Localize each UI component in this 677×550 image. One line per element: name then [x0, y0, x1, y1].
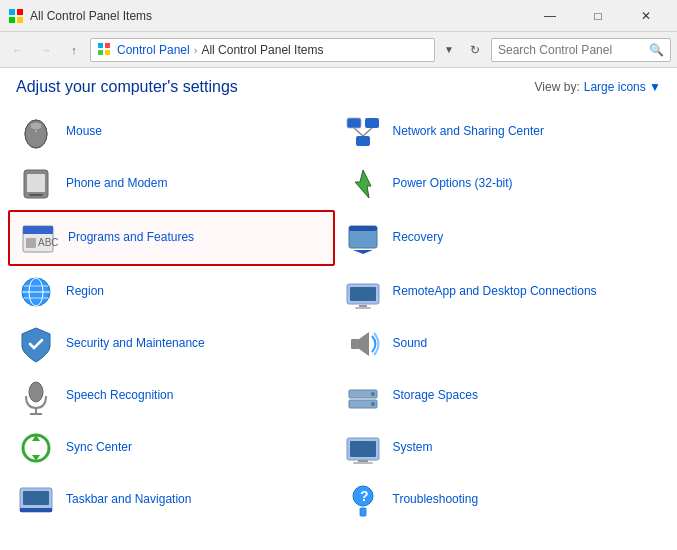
svg-rect-20	[29, 194, 43, 196]
item-label-remoteapp: RemoteApp and Desktop Connections	[393, 284, 597, 300]
svg-marker-28	[353, 250, 373, 254]
item-label-mouse: Mouse	[66, 124, 102, 140]
network-icon	[343, 112, 383, 152]
item-label-taskbar-navigation: Taskbar and Navigation	[66, 492, 191, 508]
item-label-region: Region	[66, 284, 104, 300]
window-controls: — □ ✕	[527, 0, 669, 32]
svg-rect-51	[353, 462, 373, 464]
item-label-speech-recognition: Speech Recognition	[66, 388, 173, 404]
title-bar: All Control Panel Items — □ ✕	[0, 0, 677, 32]
troubleshooting-icon: ?	[343, 480, 383, 520]
content-header: Adjust your computer's settings View by:…	[0, 68, 677, 102]
window-title: All Control Panel Items	[30, 9, 527, 23]
svg-rect-37	[355, 307, 371, 309]
svg-rect-4	[98, 43, 103, 48]
main-content: Adjust your computer's settings View by:…	[0, 68, 677, 550]
speech-icon	[16, 376, 56, 416]
item-label-sound: Sound	[393, 336, 428, 352]
item-label-system: System	[393, 440, 433, 456]
search-icon: 🔍	[649, 43, 664, 57]
item-programs-features[interactable]: ABC Programs and Features	[8, 210, 335, 266]
svg-rect-23	[23, 226, 53, 234]
region-icon	[16, 272, 56, 312]
svg-rect-11	[30, 122, 42, 130]
item-power-options[interactable]: Power Options (32-bit)	[335, 158, 662, 210]
up-button[interactable]: ↑	[62, 38, 86, 62]
svg-rect-0	[9, 9, 15, 15]
item-label-power-options: Power Options (32-bit)	[393, 176, 513, 192]
svg-rect-53	[20, 508, 52, 512]
forward-button[interactable]: →	[34, 38, 58, 62]
svg-line-16	[363, 128, 372, 136]
close-button[interactable]: ✕	[623, 0, 669, 32]
items-wrapper: Mouse Network and Sharing Center Phone a…	[0, 102, 677, 550]
item-sound[interactable]: Sound	[335, 318, 662, 370]
storage-icon	[343, 376, 383, 416]
sound-icon	[343, 324, 383, 364]
svg-rect-7	[105, 50, 110, 55]
maximize-button[interactable]: □	[575, 0, 621, 32]
item-phone-modem[interactable]: Phone and Modem	[8, 158, 335, 210]
item-mouse[interactable]: Mouse	[8, 106, 335, 158]
item-troubleshooting[interactable]: ? Troubleshooting	[335, 474, 662, 526]
recovery-icon	[343, 218, 383, 258]
view-by-value[interactable]: Large icons ▼	[584, 80, 661, 94]
breadcrumb-current: All Control Panel Items	[201, 43, 323, 57]
item-label-phone-modem: Phone and Modem	[66, 176, 167, 192]
svg-rect-14	[356, 136, 370, 146]
item-speech-recognition[interactable]: Speech Recognition	[8, 370, 335, 422]
system-icon	[343, 428, 383, 468]
svg-point-46	[371, 402, 375, 406]
security-icon	[16, 324, 56, 364]
svg-text:?: ?	[360, 488, 369, 504]
item-region[interactable]: Region	[8, 266, 335, 318]
item-taskbar-navigation[interactable]: Taskbar and Navigation	[8, 474, 335, 526]
item-label-troubleshooting: Troubleshooting	[393, 492, 479, 508]
item-label-recovery: Recovery	[393, 230, 444, 246]
svg-rect-13	[365, 118, 379, 128]
svg-line-15	[354, 128, 363, 136]
item-label-security-maintenance: Security and Maintenance	[66, 336, 205, 352]
mouse-icon	[16, 112, 56, 152]
svg-rect-3	[17, 17, 23, 23]
svg-rect-12	[347, 118, 361, 128]
svg-rect-49	[350, 441, 376, 457]
svg-point-40	[29, 382, 43, 402]
search-box[interactable]: 🔍	[491, 38, 671, 62]
item-sync-center[interactable]: Sync Center	[8, 422, 335, 474]
item-security-maintenance[interactable]: Security and Maintenance	[8, 318, 335, 370]
taskbar-icon	[16, 480, 56, 520]
refresh-button[interactable]: ↻	[463, 38, 487, 62]
svg-marker-39	[359, 332, 369, 356]
search-input[interactable]	[498, 43, 649, 57]
item-storage-spaces[interactable]: Storage Spaces	[335, 370, 662, 422]
svg-rect-57	[360, 508, 366, 516]
power-icon	[343, 164, 383, 204]
item-remoteapp[interactable]: RemoteApp and Desktop Connections	[335, 266, 662, 318]
breadcrumb[interactable]: Control Panel › All Control Panel Items	[90, 38, 435, 62]
item-recovery[interactable]: Recovery	[335, 210, 662, 266]
item-label-storage-spaces: Storage Spaces	[393, 388, 478, 404]
svg-rect-27	[349, 226, 377, 231]
item-network-sharing[interactable]: Network and Sharing Center	[335, 106, 662, 158]
minimize-button[interactable]: —	[527, 0, 573, 32]
page-title: Adjust your computer's settings	[16, 78, 238, 96]
svg-rect-35	[350, 287, 376, 301]
back-button[interactable]: ←	[6, 38, 30, 62]
view-by-control: View by: Large icons ▼	[535, 80, 661, 94]
svg-rect-19	[27, 174, 45, 192]
svg-text:ABC: ABC	[38, 237, 58, 248]
svg-rect-6	[98, 50, 103, 55]
address-dropdown[interactable]: ▼	[439, 38, 459, 62]
items-grid: Mouse Network and Sharing Center Phone a…	[0, 102, 677, 530]
svg-rect-1	[17, 9, 23, 15]
item-system[interactable]: System	[335, 422, 662, 474]
view-by-label: View by:	[535, 80, 580, 94]
svg-rect-24	[26, 238, 36, 248]
address-bar: ← → ↑ Control Panel › All Control Panel …	[0, 32, 677, 68]
programs-icon: ABC	[18, 218, 58, 258]
svg-rect-54	[23, 491, 49, 505]
svg-rect-5	[105, 43, 110, 48]
breadcrumb-control-panel[interactable]: Control Panel	[117, 43, 190, 57]
svg-point-45	[371, 392, 375, 396]
